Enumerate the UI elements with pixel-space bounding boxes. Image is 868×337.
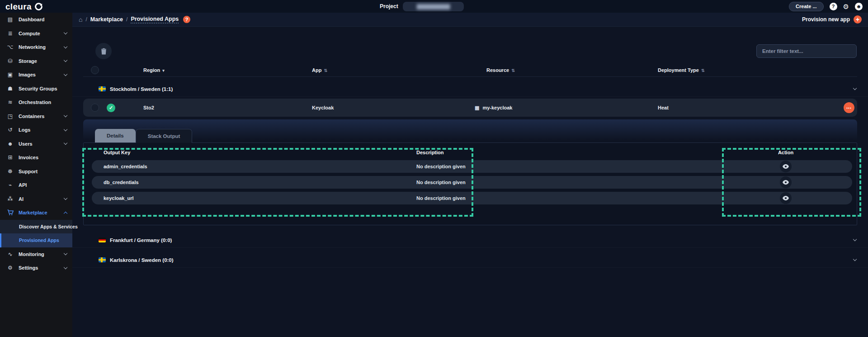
chevron-down-icon[interactable] <box>853 86 857 90</box>
sidebar-item-provisioned-apps[interactable]: Provisioned Apps <box>0 233 72 247</box>
sidebar-item-ai[interactable]: AI <box>0 192 72 206</box>
dashboard-icon <box>6 17 14 22</box>
help-icon[interactable]: ? <box>830 3 837 10</box>
brain-icon <box>6 196 14 202</box>
chevron-down-icon <box>64 252 67 255</box>
sidebar-item-label: Networking <box>19 44 64 50</box>
row-checkbox[interactable] <box>91 104 99 112</box>
chevron-down-icon <box>64 114 67 117</box>
sidebar-item-security-groups[interactable]: Security Groups <box>0 82 72 96</box>
sidebar-item-label: Users <box>19 141 64 147</box>
region-group-frankfurt[interactable]: Frankfurt / Germany (0:0) <box>72 233 868 248</box>
group-label: Karlskrona / Sweden (0:0) <box>110 257 174 263</box>
sidebar-item-marketplace[interactable]: Marketplace <box>0 206 72 220</box>
user-avatar-icon[interactable]: ☻ <box>855 3 863 10</box>
output-description: No description given <box>416 164 466 169</box>
breadcrumb-marketplace[interactable]: Marketplace <box>90 16 123 23</box>
table-row[interactable]: Sto2 Keycloak my-keycloak Heat <box>83 99 857 117</box>
column-header-region[interactable]: Region <box>124 67 295 73</box>
sidebar-item-label: AI <box>19 196 64 202</box>
sidebar-item-compute[interactable]: Compute <box>0 27 72 41</box>
reveal-output-button[interactable] <box>780 176 792 188</box>
user-icon <box>6 141 14 147</box>
page-help-icon[interactable]: ? <box>183 16 190 23</box>
column-header-action: Action <box>778 150 793 155</box>
region-group-karlskrona[interactable]: Karlskrona / Sweden (0:0) <box>72 252 868 268</box>
output-description: No description given <box>416 195 466 201</box>
calculator-icon <box>6 155 14 160</box>
germany-flag-icon <box>99 237 106 242</box>
sweden-flag-icon <box>99 257 106 262</box>
project-selector[interactable]: ████████████ <box>403 2 464 11</box>
chevron-down-icon <box>64 31 67 34</box>
main-content: / Marketplace / Provisioned Apps ? Provi… <box>72 13 868 337</box>
tab-details[interactable]: Details <box>95 129 136 142</box>
delete-selected-button[interactable] <box>95 43 112 59</box>
chevron-down-icon[interactable] <box>853 237 857 241</box>
trash-icon <box>101 48 107 55</box>
stack-output-panel: Output Key Description Action admin_cred… <box>83 142 857 225</box>
sidebar-item-dashboard[interactable]: Dashboard <box>0 13 72 27</box>
sidebar-item-logs[interactable]: Logs <box>0 123 72 137</box>
sidebar-item-images[interactable]: Images <box>0 68 72 82</box>
shield-icon <box>6 86 14 91</box>
cell-resource: my-keycloak <box>482 105 512 110</box>
sidebar-item-networking[interactable]: Networking <box>0 40 72 54</box>
breadcrumb-separator: / <box>85 16 87 23</box>
select-all-checkbox[interactable] <box>91 66 99 74</box>
tab-stack-output[interactable]: Stack Output <box>136 129 193 143</box>
sidebar-item-label: Images <box>19 72 64 77</box>
sidebar-item-users[interactable]: Users <box>0 137 72 151</box>
eye-icon <box>783 164 789 169</box>
reveal-output-button[interactable] <box>780 161 792 172</box>
column-header-app[interactable]: App <box>295 67 458 73</box>
sidebar-item-label: Support <box>19 169 67 174</box>
sidebar-item-api[interactable]: API <box>0 178 72 192</box>
cart-icon <box>6 209 14 216</box>
cleura-logo-icon <box>35 3 42 10</box>
breadcrumb-separator: / <box>126 16 127 23</box>
output-row-admin-credentials: admin_credentials No description given <box>92 160 852 173</box>
sidebar-item-label: Containers <box>19 114 64 119</box>
sidebar-item-settings[interactable]: Settings <box>0 261 72 275</box>
create-button[interactable]: Create ... <box>789 2 823 11</box>
output-key: admin_credentials <box>104 164 147 169</box>
sidebar-item-invoices[interactable]: Invoices <box>0 151 72 165</box>
row-actions-ellipsis-button[interactable] <box>844 102 854 113</box>
chevron-up-icon <box>64 212 67 215</box>
sidebar-item-support[interactable]: Support <box>0 165 72 179</box>
chevron-down-icon <box>64 58 67 62</box>
top-bar: cleura Project ████████████ Create ... ?… <box>0 0 868 13</box>
chevron-down-icon <box>64 45 67 48</box>
sidebar-item-label: Logs <box>19 127 64 133</box>
sidebar-item-storage[interactable]: Storage <box>0 54 72 68</box>
project-name-redacted: ████████████ <box>417 4 450 9</box>
home-icon[interactable] <box>79 15 82 24</box>
detail-tabs-bar: Details Stack Output <box>83 119 857 142</box>
cleura-logo-text: cleura <box>5 2 32 11</box>
sidebar-item-containers[interactable]: Containers <box>0 109 72 123</box>
containers-icon <box>6 114 14 119</box>
table-header-row: Region App Resource Deployment Type <box>83 63 857 77</box>
provision-new-app-button[interactable]: Provision new app <box>802 16 850 23</box>
chevron-down-icon <box>64 128 67 131</box>
eye-icon <box>783 196 789 200</box>
images-icon <box>6 72 14 77</box>
sidebar-item-discover-apps[interactable]: Discover Apps & Services <box>0 220 72 234</box>
gear-icon[interactable]: ⚙ <box>843 3 849 10</box>
sidebar-item-monitoring[interactable]: Monitoring <box>0 247 72 261</box>
sidebar-item-label: Monitoring <box>19 252 64 257</box>
sidebar-item-orchestration[interactable]: Orchestration <box>0 95 72 109</box>
stack-output-header-row: Output Key Description Action <box>84 143 857 160</box>
region-group-stockholm[interactable]: Stockholm / Sweden (1:1) <box>72 81 868 97</box>
column-header-resource[interactable]: Resource <box>458 67 641 73</box>
chevron-down-icon <box>64 266 67 269</box>
cleura-logo: cleura <box>5 2 42 11</box>
reveal-output-button[interactable] <box>780 192 792 204</box>
filter-input[interactable] <box>756 44 857 58</box>
column-header-deployment-type[interactable]: Deployment Type <box>641 67 828 73</box>
storage-icon <box>6 58 14 64</box>
column-header-output-key: Output Key <box>104 150 130 155</box>
plus-icon[interactable]: + <box>854 15 862 24</box>
chevron-down-icon[interactable] <box>853 257 857 261</box>
